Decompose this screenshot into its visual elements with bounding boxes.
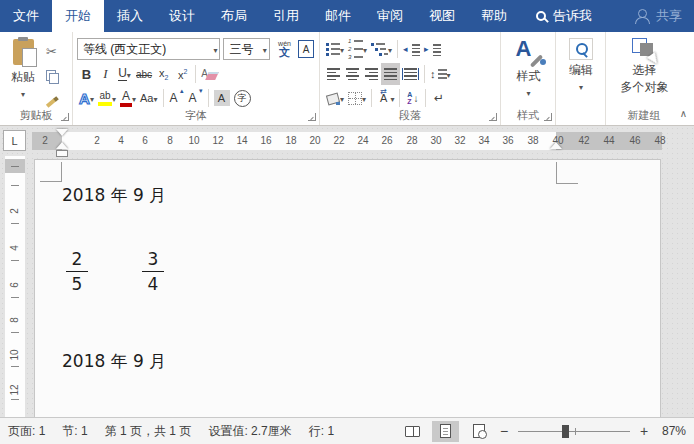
status-page[interactable]: 页面: 1 bbox=[8, 423, 45, 440]
justify-button[interactable] bbox=[381, 63, 400, 85]
align-center-button[interactable] bbox=[343, 63, 362, 85]
editing-button[interactable]: 编辑 bbox=[560, 36, 602, 108]
tab-file[interactable]: 文件 bbox=[0, 0, 52, 32]
horizontal-ruler[interactable]: L 2 246810121416182022242628303234363840… bbox=[0, 126, 694, 156]
character-shading-button[interactable]: A bbox=[212, 87, 232, 109]
zoom-slider-thumb[interactable] bbox=[562, 425, 569, 438]
text-effects-button[interactable]: A bbox=[77, 87, 96, 109]
subscript-button[interactable]: x2 bbox=[154, 63, 173, 85]
share-button[interactable]: 共享 bbox=[635, 0, 682, 32]
tab-home[interactable]: 开始 bbox=[52, 0, 104, 32]
line-spacing-caret-icon[interactable] bbox=[447, 67, 451, 81]
font-name-caret-icon[interactable] bbox=[213, 42, 217, 56]
strikethrough-button[interactable]: abc bbox=[134, 63, 154, 85]
shading-caret-icon[interactable] bbox=[340, 91, 344, 105]
italic-button[interactable]: I bbox=[96, 63, 115, 85]
zoom-in-button[interactable]: + bbox=[638, 423, 650, 439]
grow-font-button[interactable]: A▴ bbox=[167, 87, 186, 109]
superscript-button[interactable]: x2 bbox=[173, 63, 192, 85]
copy-button[interactable] bbox=[42, 65, 61, 87]
text-effects-caret-icon[interactable] bbox=[90, 91, 94, 105]
status-section[interactable]: 节: 1 bbox=[62, 423, 87, 440]
numbering-button[interactable]: 123 bbox=[346, 38, 369, 60]
paste-dropdown-caret-icon[interactable] bbox=[21, 86, 25, 100]
read-mode-button[interactable] bbox=[399, 421, 426, 442]
borders-caret-icon[interactable] bbox=[362, 91, 366, 105]
hanging-indent-marker[interactable] bbox=[56, 142, 68, 149]
document-line-1[interactable]: 2018 年 9 月 bbox=[62, 184, 166, 207]
tab-stop-selector[interactable]: L bbox=[3, 130, 26, 151]
font-size-combobox[interactable]: 三号 bbox=[223, 38, 269, 60]
zoom-out-button[interactable]: − bbox=[498, 423, 510, 439]
clear-formatting-button[interactable] bbox=[199, 63, 219, 85]
borders-button[interactable] bbox=[346, 87, 368, 109]
shading-button[interactable] bbox=[324, 87, 346, 109]
fraction-2[interactable]: 3 4 bbox=[141, 249, 165, 294]
numbering-icon: 123 bbox=[348, 38, 363, 60]
distribute-button[interactable] bbox=[400, 63, 421, 85]
underline-caret-icon[interactable] bbox=[127, 67, 131, 81]
styles-dialog-launcher[interactable] bbox=[544, 113, 552, 121]
enclose-characters-button[interactable]: 字 bbox=[232, 87, 253, 109]
print-layout-button[interactable] bbox=[432, 421, 459, 442]
show-hide-marks-button[interactable] bbox=[429, 87, 448, 109]
change-case-caret-icon[interactable] bbox=[154, 91, 158, 105]
align-left-button[interactable] bbox=[324, 63, 343, 85]
select-multiple-objects-button[interactable]: 选择 多个对象 bbox=[610, 36, 679, 108]
status-page-count[interactable]: 第 1 页，共 1 页 bbox=[105, 423, 192, 440]
status-line[interactable]: 行: 1 bbox=[309, 423, 334, 440]
font-dialog-launcher[interactable] bbox=[308, 113, 316, 121]
font-color-button[interactable]: A bbox=[118, 87, 138, 109]
character-border-button[interactable]: A bbox=[296, 38, 316, 60]
zoom-slider[interactable] bbox=[518, 424, 630, 439]
fraction-1[interactable]: 2 5 bbox=[65, 249, 89, 294]
tell-me-search[interactable]: 告诉我 bbox=[536, 0, 592, 32]
vertical-ruler[interactable]: 24681012 bbox=[5, 156, 25, 417]
tab-help[interactable]: 帮助 bbox=[468, 0, 520, 32]
left-indent-marker[interactable] bbox=[56, 150, 68, 157]
line-spacing-button[interactable]: ↕ bbox=[428, 63, 453, 85]
sort-button[interactable]: AZ↓ bbox=[403, 87, 422, 109]
tab-layout[interactable]: 布局 bbox=[208, 0, 260, 32]
cut-button[interactable] bbox=[42, 40, 61, 62]
zoom-percentage[interactable]: 87% bbox=[656, 424, 686, 438]
asian-layout-button[interactable]: ⇄A bbox=[375, 87, 396, 109]
bullets-button[interactable] bbox=[324, 38, 346, 60]
styles-button[interactable]: A 样式 bbox=[505, 36, 552, 108]
collapse-ribbon-icon[interactable] bbox=[680, 108, 687, 119]
highlight-color-button[interactable]: ab bbox=[96, 87, 118, 109]
font-name-combobox[interactable]: 等线 (西文正文) bbox=[77, 38, 220, 60]
underline-button[interactable]: U bbox=[115, 63, 134, 85]
first-line-indent-marker[interactable] bbox=[56, 129, 68, 136]
multilevel-list-button[interactable] bbox=[369, 38, 394, 60]
styles-caret-icon[interactable] bbox=[526, 85, 530, 99]
asian-layout-caret-icon[interactable] bbox=[390, 91, 394, 105]
increase-indent-button[interactable]: ▸ bbox=[422, 38, 443, 60]
align-right-button[interactable] bbox=[362, 63, 381, 85]
highlight-caret-icon[interactable] bbox=[112, 91, 116, 105]
status-setting[interactable]: 设置值: 2.7厘米 bbox=[208, 423, 291, 440]
paragraph-dialog-launcher[interactable] bbox=[489, 113, 497, 121]
paste-button[interactable]: 粘贴 bbox=[4, 36, 42, 112]
web-layout-button[interactable] bbox=[465, 421, 492, 442]
tab-insert[interactable]: 插入 bbox=[104, 0, 156, 32]
tab-review[interactable]: 审阅 bbox=[364, 0, 416, 32]
decrease-indent-button[interactable]: ◂ bbox=[401, 38, 422, 60]
font-color-caret-icon[interactable] bbox=[132, 91, 136, 105]
tab-design[interactable]: 设计 bbox=[156, 0, 208, 32]
tab-references[interactable]: 引用 bbox=[260, 0, 312, 32]
phonetic-guide-button[interactable]: wén 文 bbox=[273, 38, 297, 60]
right-indent-marker[interactable] bbox=[550, 142, 562, 149]
numbering-caret-icon[interactable] bbox=[363, 42, 367, 56]
change-case-button[interactable]: Aa bbox=[138, 87, 159, 109]
tab-mailings[interactable]: 邮件 bbox=[312, 0, 364, 32]
multilevel-caret-icon[interactable] bbox=[388, 42, 392, 56]
bullets-caret-icon[interactable] bbox=[340, 42, 344, 56]
tab-view[interactable]: 视图 bbox=[416, 0, 468, 32]
font-size-caret-icon[interactable] bbox=[263, 42, 267, 56]
shrink-font-button[interactable]: A▾ bbox=[186, 87, 205, 109]
document-line-2[interactable]: 2018 年 9 月 bbox=[62, 350, 166, 373]
bold-button[interactable]: B bbox=[77, 63, 96, 85]
editing-caret-icon[interactable] bbox=[579, 79, 583, 93]
clipboard-dialog-launcher[interactable] bbox=[61, 113, 69, 121]
